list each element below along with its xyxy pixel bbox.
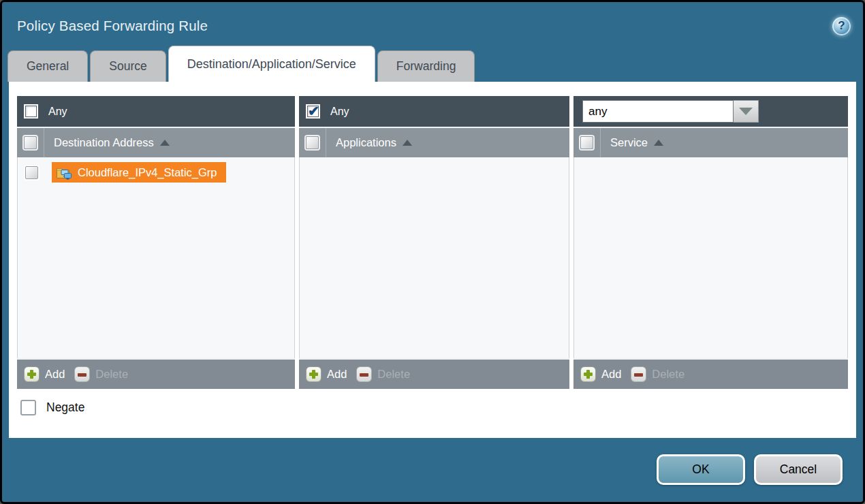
- destination-address-list: Cloudflare_IPv4_Static_Grp: [17, 157, 295, 358]
- delete-button-label: Delete: [652, 368, 685, 381]
- destination-address-header-label[interactable]: Destination Address: [54, 136, 154, 149]
- delete-minus-icon: [356, 366, 372, 382]
- destination-item-label: Cloudflare_IPv4_Static_Grp: [78, 166, 217, 179]
- service-any-bar: [573, 96, 848, 127]
- applications-add-button[interactable]: Add: [306, 366, 347, 382]
- service-select-all-checkbox[interactable]: [580, 136, 593, 149]
- service-list: [573, 157, 848, 358]
- destination-add-button[interactable]: Add: [24, 366, 65, 382]
- service-dropdown-button[interactable]: [734, 100, 759, 123]
- destination-footer-bar: Add Delete: [17, 358, 295, 389]
- add-plus-icon: [306, 366, 321, 382]
- service-dropdown-input[interactable]: [582, 100, 734, 123]
- applications-list: [299, 157, 569, 358]
- tab-destination-application-service[interactable]: Destination/Application/Service: [168, 46, 375, 82]
- service-header-row: Service: [573, 127, 848, 157]
- applications-delete-button[interactable]: Delete: [356, 366, 410, 382]
- add-plus-icon: [580, 366, 596, 382]
- destination-any-checkbox[interactable]: [24, 104, 38, 119]
- sort-ascending-icon[interactable]: [654, 140, 663, 146]
- destination-address-header-row: Destination Address: [17, 127, 295, 157]
- delete-minus-icon: [74, 366, 90, 382]
- tab-bar: General Source Destination/Application/S…: [2, 46, 863, 82]
- service-dropdown: [582, 100, 759, 123]
- applications-any-checkbox[interactable]: [306, 104, 320, 119]
- tab-content-panel: Any Destination Address: [9, 82, 856, 438]
- list-item: Cloudflare_IPv4_Static_Grp: [18, 162, 294, 183]
- applications-select-all-cell: [299, 128, 326, 157]
- chevron-down-icon: [739, 108, 753, 115]
- policy-based-forwarding-dialog: Policy Based Forwarding Rule ? General S…: [0, 0, 865, 504]
- service-delete-button[interactable]: Delete: [631, 366, 685, 382]
- dialog-title: Policy Based Forwarding Rule: [17, 18, 208, 34]
- service-footer-bar: Add Delete: [573, 358, 848, 389]
- applications-select-all-checkbox[interactable]: [306, 136, 319, 149]
- destination-item-checkbox[interactable]: [25, 166, 38, 179]
- add-plus-icon: [24, 366, 40, 382]
- delete-button-label: Delete: [95, 368, 128, 381]
- service-add-button[interactable]: Add: [580, 366, 621, 382]
- destination-select-all-cell: [17, 128, 44, 157]
- destination-delete-button[interactable]: Delete: [74, 366, 128, 382]
- help-icon[interactable]: ?: [832, 17, 851, 35]
- applications-header-row: Applications: [299, 127, 569, 157]
- destination-address-column: Any Destination Address: [17, 96, 295, 389]
- dialog-footer: OK Cancel: [2, 438, 863, 502]
- columns-container: Any Destination Address: [9, 82, 856, 389]
- sort-ascending-icon[interactable]: [160, 140, 170, 146]
- destination-any-label: Any: [48, 106, 67, 118]
- negate-label: Negate: [46, 400, 84, 415]
- delete-button-label: Delete: [377, 368, 410, 381]
- ok-button[interactable]: OK: [657, 454, 745, 485]
- add-button-label: Add: [45, 368, 65, 381]
- sort-ascending-icon[interactable]: [403, 140, 412, 146]
- applications-header-label[interactable]: Applications: [336, 136, 396, 149]
- tab-source[interactable]: Source: [90, 50, 166, 82]
- negate-checkbox[interactable]: [20, 400, 36, 415]
- destination-item-cloudflare[interactable]: Cloudflare_IPv4_Static_Grp: [52, 162, 226, 183]
- applications-footer-bar: Add Delete: [299, 358, 569, 389]
- service-column: Service Add Delete: [573, 96, 848, 389]
- applications-column: Any Applications Add: [299, 96, 569, 389]
- cancel-button[interactable]: Cancel: [754, 454, 843, 485]
- negate-row: Negate: [20, 400, 856, 415]
- address-group-icon: [56, 165, 72, 180]
- applications-any-label: Any: [330, 106, 349, 118]
- tab-forwarding[interactable]: Forwarding: [377, 50, 475, 82]
- title-bar: Policy Based Forwarding Rule ?: [2, 2, 863, 46]
- tab-general[interactable]: General: [7, 50, 88, 82]
- service-select-all-cell: [573, 128, 601, 157]
- add-button-label: Add: [327, 368, 347, 381]
- add-button-label: Add: [601, 368, 621, 381]
- destination-any-bar: Any: [17, 96, 295, 127]
- service-header-label[interactable]: Service: [610, 136, 648, 149]
- destination-select-all-checkbox[interactable]: [24, 136, 37, 149]
- delete-minus-icon: [631, 366, 646, 382]
- footer-button-group: OK Cancel: [657, 454, 843, 485]
- applications-any-bar: Any: [299, 96, 569, 127]
